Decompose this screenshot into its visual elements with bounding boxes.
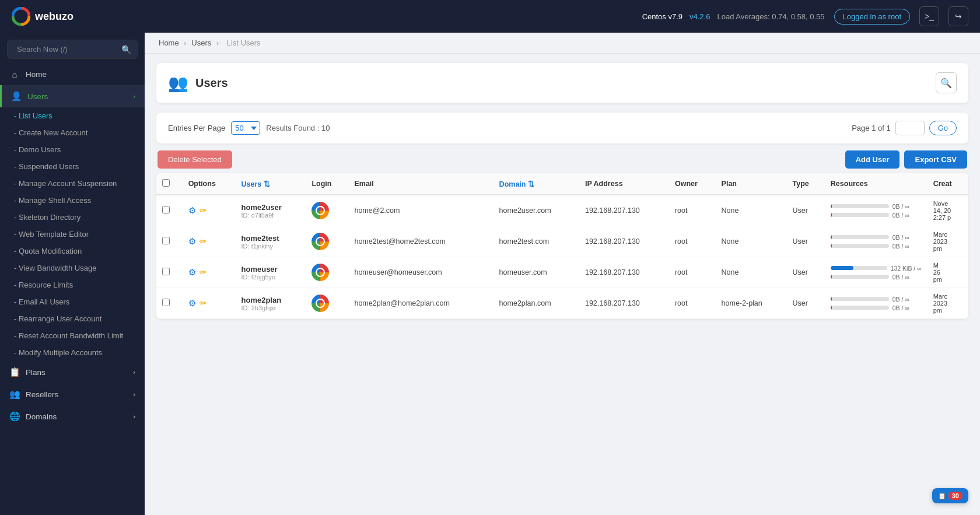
subitem-label: - Create New Account	[14, 128, 88, 137]
notification-badge[interactable]: 📋 30	[932, 488, 968, 503]
sidebar-subitem-bandwidth[interactable]: - View Bandwidth Usage	[0, 260, 145, 276]
th-owner: Owner	[669, 173, 716, 195]
domains-icon: 🌐	[9, 411, 20, 422]
header-right: Centos v7.9 v4.2.6 Load Averages: 0.74, …	[642, 6, 968, 26]
logo-area: webuzo	[12, 7, 74, 26]
breadcrumb-users[interactable]: Users	[191, 38, 211, 47]
edit-icon[interactable]: ✏	[200, 205, 207, 216]
sidebar-subitem-rearrange[interactable]: - Rearrange User Account	[0, 310, 145, 327]
page-title-area: 👥 Users	[168, 73, 228, 93]
sidebar-subitem-create-account[interactable]: - Create New Account	[0, 124, 145, 141]
row-ip-cell: 192.168.207.130	[579, 195, 669, 226]
row-email-cell: home@2.com	[348, 195, 493, 226]
th-type: Type	[787, 173, 825, 195]
add-user-button[interactable]: Add User	[845, 150, 900, 169]
sidebar-item-domains[interactable]: 🌐 Domains ›	[0, 405, 145, 428]
th-users[interactable]: Users ⇅	[236, 173, 306, 195]
settings-icon[interactable]: ⚙	[188, 298, 196, 309]
action-bar: Delete Selected Add User Export CSV	[156, 150, 968, 169]
sidebar-subitem-demo-users[interactable]: - Demo Users	[0, 141, 145, 158]
row-checkbox[interactable]	[162, 237, 170, 244]
sidebar-item-plans[interactable]: 📋 Plans ›	[0, 361, 145, 383]
row-login-cell	[306, 195, 348, 226]
row-domain-cell: home2plan.com	[494, 288, 579, 319]
settings-icon[interactable]: ⚙	[188, 205, 196, 216]
select-all-checkbox[interactable]	[162, 179, 170, 187]
entries-label: Entries Per Page	[168, 124, 225, 132]
subitem-label: - Quota Modification	[14, 247, 82, 255]
page-title: Users	[195, 76, 228, 90]
row-owner-cell: root	[669, 257, 716, 288]
delete-selected-button[interactable]: Delete Selected	[158, 150, 232, 169]
sidebar-subitem-suspended-users[interactable]: - Suspended Users	[0, 158, 145, 175]
terminal-icon: >_	[925, 12, 934, 21]
row-checkbox[interactable]	[162, 206, 170, 213]
th-created: Creat	[928, 173, 968, 195]
user-id: ID: 2b3gfqxr	[242, 304, 300, 311]
logout-button[interactable]: ↪	[949, 6, 968, 26]
user-id: ID: t1jnkihy	[242, 243, 300, 250]
row-ip-cell: 192.168.207.130	[579, 288, 669, 319]
row-domain-cell: homeuser.com	[494, 257, 579, 288]
row-domain-cell: home2test.com	[494, 226, 579, 257]
sidebar-subitem-reset-bandwidth[interactable]: - Reset Account Bandwidth Limit	[0, 327, 145, 344]
th-domain[interactable]: Domain ⇅	[494, 173, 579, 195]
sidebar-subitem-resource-limits[interactable]: - Resource Limits	[0, 276, 145, 293]
row-checkbox[interactable]	[162, 299, 170, 306]
username: home2plan	[242, 296, 300, 304]
table-row: ⚙ ✏ homeuser ID: f2ojg5yo	[156, 257, 968, 288]
sidebar-subitem-modify-multiple[interactable]: - Modify Multiple Accounts	[0, 344, 145, 361]
row-checkbox[interactable]	[162, 268, 170, 275]
row-user-cell: homeuser ID: f2ojg5yo	[236, 257, 306, 288]
sidebar-subitem-quota[interactable]: - Quota Modification	[0, 243, 145, 260]
sidebar-subitem-email-all[interactable]: - Email All Users	[0, 293, 145, 310]
entries-per-page-select[interactable]: 50 25 100	[231, 121, 260, 135]
table-row: ⚙ ✏ home2plan ID: 2b3gfqxr	[156, 288, 968, 319]
page-card-header: 👥 Users 🔍	[156, 63, 968, 103]
login-icon	[312, 233, 329, 250]
th-login: Login	[306, 173, 348, 195]
breadcrumb-home[interactable]: Home	[159, 38, 179, 47]
th-email: Email	[348, 173, 493, 195]
logged-in-button[interactable]: Logged in as root	[834, 9, 910, 24]
th-options: Options	[183, 173, 236, 195]
options-icons: ⚙ ✏	[188, 267, 230, 278]
sidebar-subitem-list-users[interactable]: - List Users	[0, 107, 145, 124]
sidebar-subitem-skeleton[interactable]: - Skeleton Directory	[0, 209, 145, 226]
row-created-cell: Marc2023pm	[928, 288, 968, 319]
row-login-cell	[306, 226, 348, 257]
go-button[interactable]: Go	[929, 121, 957, 135]
search-box: 🔍	[7, 40, 138, 59]
export-csv-button[interactable]: Export CSV	[904, 150, 967, 169]
row-resources-cell: 0B / ∞ 0B / ∞	[825, 288, 928, 319]
terminal-button[interactable]: >_	[919, 6, 939, 26]
edit-icon[interactable]: ✏	[200, 236, 207, 247]
subitem-label: - Demo Users	[14, 145, 61, 154]
table-header-row: Options Users ⇅ Login Email Domain ⇅ IP …	[156, 173, 968, 195]
row-created-cell: M26pm	[928, 257, 968, 288]
login-icon	[312, 264, 329, 281]
breadcrumb-sep1: ›	[184, 38, 188, 47]
page-search-icon: 🔍	[940, 78, 952, 89]
settings-icon[interactable]: ⚙	[188, 236, 196, 247]
sidebar-subitem-shell-access[interactable]: - Manage Shell Access	[0, 192, 145, 209]
edit-icon[interactable]: ✏	[200, 298, 207, 309]
sidebar-home-label: Home	[26, 70, 47, 79]
sidebar-item-home[interactable]: ⌂ Home	[0, 64, 145, 85]
subitem-label: - Skeleton Directory	[14, 213, 80, 222]
header-info: Centos v7.9 v4.2.6 Load Averages: 0.74, …	[642, 12, 825, 21]
page-number-input[interactable]	[895, 121, 925, 135]
row-checkbox-cell	[156, 226, 183, 257]
settings-icon[interactable]: ⚙	[188, 267, 196, 278]
search-input[interactable]	[13, 40, 121, 58]
sidebar-subitem-web-template[interactable]: - Web Template Editor	[0, 226, 145, 243]
row-type-cell: User	[787, 288, 825, 319]
sidebar-item-users[interactable]: 👤 Users ›	[0, 85, 145, 107]
page-search-button[interactable]: 🔍	[936, 72, 957, 93]
row-checkbox-cell	[156, 288, 183, 319]
sidebar-subitem-manage-suspension[interactable]: - Manage Account Suspension	[0, 175, 145, 192]
edit-icon[interactable]: ✏	[200, 267, 207, 278]
row-options-cell: ⚙ ✏	[183, 195, 236, 226]
sidebar-item-resellers[interactable]: 👥 Resellers ›	[0, 383, 145, 405]
app-version: v4.2.6	[690, 12, 710, 21]
